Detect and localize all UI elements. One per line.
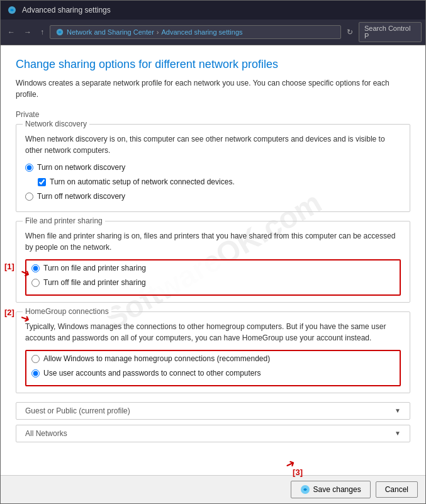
nd-off-option[interactable]: Turn off network discovery bbox=[25, 191, 401, 202]
nd-off-label[interactable]: Turn off network discovery bbox=[37, 191, 125, 202]
network-discovery-title: Network discovery bbox=[23, 120, 89, 128]
file-printer-sharing-highlight: Turn on file and printer sharing Turn of… bbox=[25, 259, 401, 296]
nd-auto-option[interactable]: Turn on automatic setup of network conne… bbox=[38, 177, 401, 188]
nd-on-option[interactable]: Turn on network discovery bbox=[25, 162, 401, 173]
forward-button[interactable]: → bbox=[21, 26, 35, 38]
network-discovery-content: When network discovery is on, this compu… bbox=[25, 131, 401, 201]
fps-off-label[interactable]: Turn off file and printer sharing bbox=[43, 277, 146, 288]
homegroup-highlight: Allow Windows to manage homegroup connec… bbox=[25, 350, 401, 386]
nd-auto-label[interactable]: Turn on automatic setup of network conne… bbox=[50, 177, 235, 188]
hg-windows-label[interactable]: Allow Windows to manage homegroup connec… bbox=[43, 354, 270, 364]
fps-off-radio[interactable] bbox=[31, 279, 40, 287]
guest-public-chevron: ▼ bbox=[395, 407, 401, 414]
content-area: SoftwareOK.com Change sharing options fo… bbox=[1, 45, 425, 475]
up-button[interactable]: ↑ bbox=[37, 26, 47, 38]
network-discovery-desc: When network discovery is on, this compu… bbox=[25, 133, 401, 156]
annotation-1: [1] bbox=[4, 262, 14, 271]
search-control-panel[interactable]: Search Control P bbox=[359, 22, 422, 42]
private-label: Private bbox=[16, 110, 410, 119]
hg-user-option[interactable]: Use user accounts and passwords to conne… bbox=[31, 368, 395, 379]
file-printer-sharing-section: File and printer sharing When file and p… bbox=[16, 221, 410, 303]
crumb-advanced: Advanced sharing settings bbox=[161, 28, 242, 36]
nd-auto-checkbox[interactable] bbox=[38, 178, 46, 186]
hg-user-label[interactable]: Use user accounts and passwords to conne… bbox=[43, 368, 261, 379]
window-title: Advanced sharing settings bbox=[22, 6, 111, 14]
save-icon bbox=[300, 484, 310, 495]
nd-on-label[interactable]: Turn on network discovery bbox=[37, 162, 125, 173]
cancel-label: Cancel bbox=[385, 485, 408, 494]
refresh-button[interactable]: ↻ bbox=[344, 26, 356, 38]
back-button[interactable]: ← bbox=[4, 26, 18, 38]
title-bar: Advanced sharing settings bbox=[1, 1, 425, 20]
guest-public-label: Guest or Public (current profile) bbox=[25, 406, 130, 415]
save-label: Save changes bbox=[313, 485, 361, 494]
network-discovery-section: Network discovery When network discovery… bbox=[16, 124, 410, 212]
homegroup-section: HomeGroup connections Typically, Windows… bbox=[16, 311, 410, 393]
window-icon bbox=[7, 5, 17, 15]
hg-windows-option[interactable]: Allow Windows to manage homegroup connec… bbox=[31, 354, 395, 364]
homegroup-title: HomeGroup connections bbox=[23, 307, 111, 316]
nd-on-radio[interactable] bbox=[25, 164, 33, 172]
save-changes-button[interactable]: Save changes bbox=[291, 481, 371, 498]
page-description: Windows creates a separate network profi… bbox=[16, 77, 410, 100]
address-input-bar[interactable]: Network and Sharing Center › Advanced sh… bbox=[50, 25, 341, 39]
hg-user-radio[interactable] bbox=[31, 369, 40, 378]
footer: Save changes Cancel bbox=[1, 475, 425, 503]
hg-windows-radio[interactable] bbox=[31, 355, 40, 363]
file-printer-sharing-title: File and printer sharing bbox=[23, 216, 105, 225]
all-networks-label: All Networks bbox=[25, 429, 67, 438]
main-window: Advanced sharing settings ← → ↑ Network … bbox=[0, 0, 426, 504]
annotation-2: [2] bbox=[4, 308, 14, 317]
fps-on-label[interactable]: Turn on file and printer sharing bbox=[43, 263, 146, 274]
homegroup-content: Typically, Windows manages the connectio… bbox=[25, 318, 401, 386]
address-bar: ← → ↑ Network and Sharing Center › Advan… bbox=[1, 20, 425, 45]
file-printer-sharing-content: When file and printer sharing is on, fil… bbox=[25, 228, 401, 296]
crumb-network: Network and Sharing Center bbox=[67, 28, 154, 36]
fps-off-option[interactable]: Turn off file and printer sharing bbox=[31, 277, 395, 288]
homegroup-desc: Typically, Windows manages the connectio… bbox=[25, 321, 401, 344]
all-networks-chevron: ▼ bbox=[395, 430, 401, 437]
nd-off-radio[interactable] bbox=[25, 193, 33, 201]
page-title: Change sharing options for different net… bbox=[16, 58, 410, 71]
all-networks-section[interactable]: All Networks ▼ bbox=[16, 425, 410, 442]
fps-on-option[interactable]: Turn on file and printer sharing bbox=[31, 263, 395, 274]
file-printer-sharing-desc: When file and printer sharing is on, fil… bbox=[25, 230, 401, 253]
guest-public-section[interactable]: Guest or Public (current profile) ▼ bbox=[16, 402, 410, 420]
cancel-button[interactable]: Cancel bbox=[376, 481, 418, 498]
